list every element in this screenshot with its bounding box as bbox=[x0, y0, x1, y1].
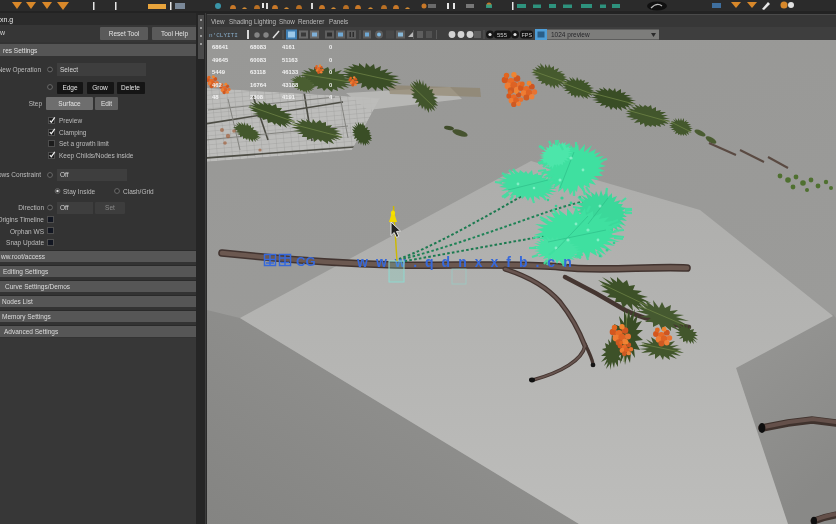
svg-text:1024 preview: 1024 preview bbox=[551, 31, 590, 39]
svg-text:n'CLYITI: n'CLYITI bbox=[209, 32, 238, 39]
svg-text:63118: 63118 bbox=[250, 69, 267, 75]
svg-text:48: 48 bbox=[212, 94, 219, 100]
svg-text:68083: 68083 bbox=[250, 44, 267, 50]
svg-text:51163: 51163 bbox=[282, 57, 299, 63]
svg-text:60083: 60083 bbox=[250, 57, 267, 63]
svg-text:46133: 46133 bbox=[282, 69, 299, 75]
svg-text:43188: 43188 bbox=[282, 82, 299, 88]
svg-text:CG: CG bbox=[296, 254, 316, 269]
svg-text:4161: 4161 bbox=[282, 44, 296, 50]
svg-text:49645: 49645 bbox=[212, 57, 229, 63]
svg-text:5449: 5449 bbox=[212, 69, 226, 75]
svg-text:462: 462 bbox=[212, 82, 222, 88]
svg-text:0: 0 bbox=[329, 69, 332, 75]
svg-text:0: 0 bbox=[329, 82, 332, 88]
svg-text:16764: 16764 bbox=[250, 82, 267, 88]
svg-text:4191: 4191 bbox=[282, 94, 296, 100]
svg-text:555: 555 bbox=[497, 32, 508, 38]
svg-text:0: 0 bbox=[329, 44, 332, 50]
svg-text:2308: 2308 bbox=[250, 94, 264, 100]
svg-text:0: 0 bbox=[329, 57, 332, 63]
svg-text:68641: 68641 bbox=[212, 44, 229, 50]
svg-text:FPS: FPS bbox=[522, 32, 533, 38]
